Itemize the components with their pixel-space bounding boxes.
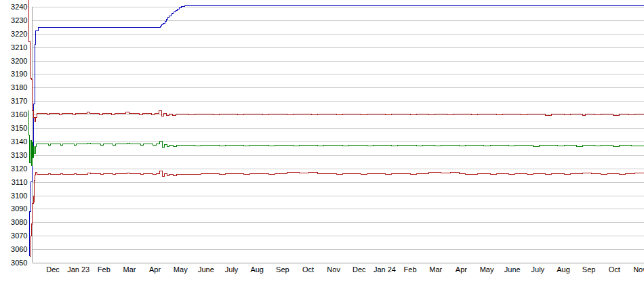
y-tick-label: 3160 [11,110,27,118]
x-tick-label: June [504,265,521,274]
y-tick-label: 3110 [12,178,28,186]
y-tick-label: 3150 [11,124,27,132]
y-tick-label: 3170 [11,97,27,105]
x-tick-label: May [480,265,494,274]
x-tick-label: Feb [98,265,110,274]
x-tick-label: Apr [149,265,161,274]
y-tick-label: 3080 [11,218,27,226]
x-tick-label: July [225,265,239,274]
y-tick-label: 3230 [11,16,27,24]
y-tick-label: 3100 [11,192,27,200]
x-tick-label: Jan 23 [67,265,89,274]
x-tick-label: Mar [429,265,442,274]
line-chart-canvas: 3050306030703080309031003110312031303140… [0,0,644,281]
x-tick-label: July [531,265,545,274]
chart: 3050306030703080309031003110312031303140… [0,0,644,281]
x-tick-label: Sep [582,265,596,274]
x-tick-label: Mar [123,265,136,274]
y-tick-label: 3090 [11,204,27,213]
x-tick-label: Aug [557,265,570,274]
x-tick-label: Jan 24 [374,265,396,274]
y-tick-label: 3190 [11,70,27,78]
x-tick-label: Apr [456,265,467,274]
x-tick-label: Oct [302,265,314,274]
y-tick-label: 3140 [11,137,27,146]
y-tick-label: 3050 [11,259,27,267]
y-tick-label: 3210 [11,43,27,51]
x-tick-label: Oct [609,265,620,274]
x-tick-label: Nov [633,265,644,274]
y-tick-label: 3180 [11,83,27,91]
series-green-line [28,110,644,166]
x-tick-label: Feb [404,265,417,274]
x-tick-label: Aug [250,265,264,274]
x-tick-label: Sep [276,265,289,274]
y-tick-label: 3130 [11,151,27,159]
series-red-lower-line [30,171,644,256]
y-tick-label: 3120 [11,165,27,173]
y-tick-label: 3060 [11,245,27,253]
y-tick-label: 3070 [11,232,27,240]
y-tick-label: 3200 [11,57,27,65]
series-blue-line [30,5,644,256]
x-tick-label: June [198,265,214,274]
x-tick-label: Dec [46,265,60,274]
x-tick-label: May [174,265,188,274]
y-tick-label: 3240 [11,3,27,11]
series-red-upper-line [29,0,644,121]
x-tick-label: Dec [353,265,366,274]
x-tick-label: Nov [327,265,340,274]
y-tick-label: 3220 [11,30,27,38]
